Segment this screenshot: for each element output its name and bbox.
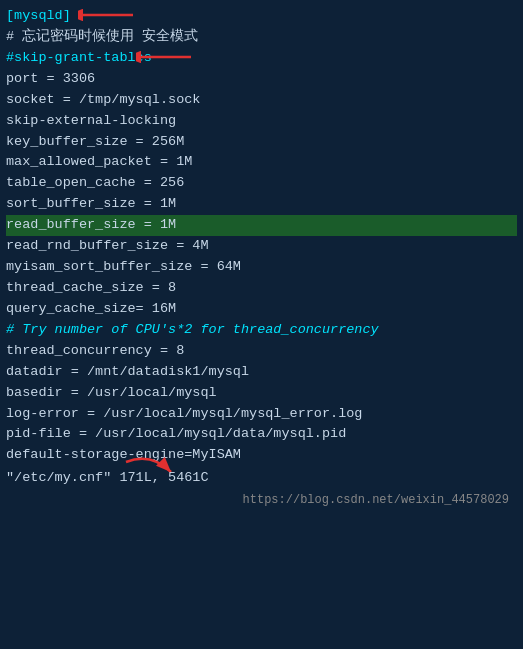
line-comment-cn: # 忘记密码时候使用 安全模式 (6, 27, 517, 48)
arrow-mysqld (78, 4, 138, 26)
basedir-text: basedir = /usr/local/mysql (6, 385, 217, 400)
skip-external-text: skip-external-locking (6, 113, 176, 128)
port-text: port = 3306 (6, 71, 95, 86)
line-read-buffer: read_buffer_size = 1M (6, 215, 517, 236)
line-comment-cpu: # Try number of CPU's*2 for thread_concu… (6, 320, 517, 341)
line-sort-buffer: sort_buffer_size = 1M (6, 194, 517, 215)
line-socket: socket = /tmp/mysql.sock (6, 90, 517, 111)
line-key-buffer: key_buffer_size = 256M (6, 132, 517, 153)
line-default-storage: default-storage-engine=MyISAM (6, 445, 517, 466)
line-mysqld: [mysqld] (6, 6, 517, 27)
thread-concurrency-text: thread_concurrency = 8 (6, 343, 184, 358)
line-query-cache: query_cache_size= 16M (6, 299, 517, 320)
line-port: port = 3306 (6, 69, 517, 90)
datadir-text: datadir = /mnt/datadisk1/mysql (6, 364, 249, 379)
status-text: "/etc/my.cnf" 171L, 5461C (6, 470, 209, 485)
line-basedir: basedir = /usr/local/mysql (6, 383, 517, 404)
line-myisam-sort: myisam_sort_buffer_size = 64M (6, 257, 517, 278)
socket-text: socket = /tmp/mysql.sock (6, 92, 200, 107)
table-open-text: table_open_cache = 256 (6, 175, 184, 190)
myisam-sort-text: myisam_sort_buffer_size = 64M (6, 259, 241, 274)
sort-buffer-text: sort_buffer_size = 1M (6, 196, 176, 211)
editor-container: [mysqld] # 忘记密码时候使用 安全模式 #skip-grant-tab… (0, 0, 523, 649)
thread-cache-text: thread_cache_size = 8 (6, 280, 176, 295)
read-buffer-text: read_buffer_size = 1M (6, 217, 176, 232)
pid-file-text: pid-file = /usr/local/mysql/data/mysql.p… (6, 426, 346, 441)
line-table-open: table_open_cache = 256 (6, 173, 517, 194)
log-error-text: log-error = /usr/local/mysql/mysql_error… (6, 406, 362, 421)
line-skip-external: skip-external-locking (6, 111, 517, 132)
line-log-error: log-error = /usr/local/mysql/mysql_error… (6, 404, 517, 425)
arrow-skip-grant (136, 46, 196, 68)
line-thread-cache: thread_cache_size = 8 (6, 278, 517, 299)
line-pid-file: pid-file = /usr/local/mysql/data/mysql.p… (6, 424, 517, 445)
read-rnd-text: read_rnd_buffer_size = 4M (6, 238, 209, 253)
line-max-allowed: max_allowed_packet = 1M (6, 152, 517, 173)
max-allowed-text: max_allowed_packet = 1M (6, 154, 192, 169)
url-text: https://blog.csdn.net/weixin_44578029 (243, 493, 509, 507)
comment-cpu-text: # Try number of CPU's*2 for thread_concu… (6, 322, 379, 337)
url-line: https://blog.csdn.net/weixin_44578029 (6, 493, 517, 507)
line-read-rnd: read_rnd_buffer_size = 4M (6, 236, 517, 257)
mysqld-header-text: [mysqld] (6, 8, 71, 23)
key-buffer-text: key_buffer_size = 256M (6, 134, 184, 149)
skip-grant-text: #skip-grant-tables (6, 50, 152, 65)
line-thread-concurrency: thread_concurrency = 8 (6, 341, 517, 362)
query-cache-text: query_cache_size= 16M (6, 301, 176, 316)
comment-cn-text: # 忘记密码时候使用 安全模式 (6, 29, 198, 44)
line-datadir: datadir = /mnt/datadisk1/mysql (6, 362, 517, 383)
line-status: "/etc/my.cnf" 171L, 5461C (6, 468, 517, 489)
line-skip-grant: #skip-grant-tables (6, 48, 517, 69)
